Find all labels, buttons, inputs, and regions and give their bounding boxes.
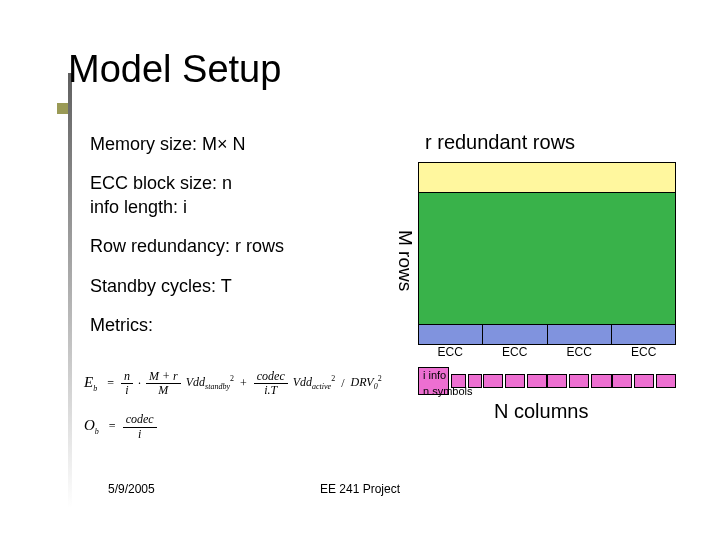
redundant-rows-block	[418, 162, 676, 193]
symbol-box	[612, 374, 632, 388]
frac-codec-i: codec i	[123, 413, 157, 440]
accent-square	[57, 103, 68, 114]
ecc-block	[547, 324, 612, 345]
ecc-band	[418, 324, 676, 345]
formulas: Eb = n i · M + r M Vddstandby2 + codec i…	[84, 370, 384, 457]
symbol-box	[634, 374, 654, 388]
slash: /	[341, 377, 344, 390]
drv-term: DRV02	[351, 375, 382, 392]
line-metrics: Metrics:	[90, 314, 390, 337]
line-standby: Standby cycles: T	[90, 275, 390, 298]
ob-sub: b	[95, 427, 99, 436]
ecc-labels-row: ECC ECC ECC ECC	[418, 345, 676, 359]
symbol-box	[656, 374, 676, 388]
line-row-redundancy: Row redundancy: r rows	[90, 235, 390, 258]
line-ecc-block: ECC block size: n	[90, 172, 390, 195]
ecc-block	[482, 324, 547, 345]
frac-codec-it: codec i.T	[254, 370, 288, 397]
dot: ·	[138, 377, 141, 390]
memory-diagram	[418, 162, 676, 344]
formula-ob: Ob = codec i	[84, 413, 384, 440]
equals-sign: =	[109, 420, 116, 433]
slide-title: Model Setup	[68, 48, 281, 91]
footer-project: EE 241 Project	[0, 482, 720, 496]
frac-n-i: n i	[121, 370, 133, 397]
body-text: Memory size: M× N ECC block size: n info…	[90, 133, 390, 353]
ecc-label: ECC	[483, 345, 548, 359]
eb-var: E	[84, 374, 93, 390]
ecc-label: ECC	[418, 345, 483, 359]
equals-sign: =	[107, 377, 114, 390]
symbol-box	[505, 374, 525, 388]
ecc-block	[611, 324, 676, 345]
symbol-box	[569, 374, 589, 388]
formula-eb: Eb = n i · M + r M Vddstandby2 + codec i…	[84, 370, 384, 397]
label-m-rows: M rows	[394, 230, 416, 291]
label-n-columns: N columns	[494, 400, 588, 423]
ecc-label: ECC	[547, 345, 612, 359]
ob-var: O	[84, 417, 95, 433]
frac-mr-m: M + r M	[146, 370, 181, 397]
ecc-block	[418, 324, 483, 345]
eb-sub: b	[93, 384, 97, 393]
title-area: Model Setup	[68, 48, 281, 91]
ecc-label: ECC	[612, 345, 677, 359]
line-ecc: ECC block size: n info length: i	[90, 172, 390, 219]
symbol-box	[483, 374, 503, 388]
label-n-symbols: n symbols	[423, 385, 473, 397]
line-info-length: info length: i	[90, 196, 390, 219]
symbol-box	[547, 374, 567, 388]
symbol-box	[591, 374, 611, 388]
line-memory-size: Memory size: M× N	[90, 133, 390, 156]
vdd-standby: Vddstandby2	[186, 375, 234, 392]
symbol-box	[527, 374, 547, 388]
label-i-info: i info	[423, 369, 446, 381]
label-redundant-rows: r redundant rows	[425, 131, 575, 154]
vdd-active: Vddactive2	[293, 375, 335, 392]
plus-sign: +	[240, 377, 247, 390]
accent-vertical-line	[68, 73, 72, 508]
